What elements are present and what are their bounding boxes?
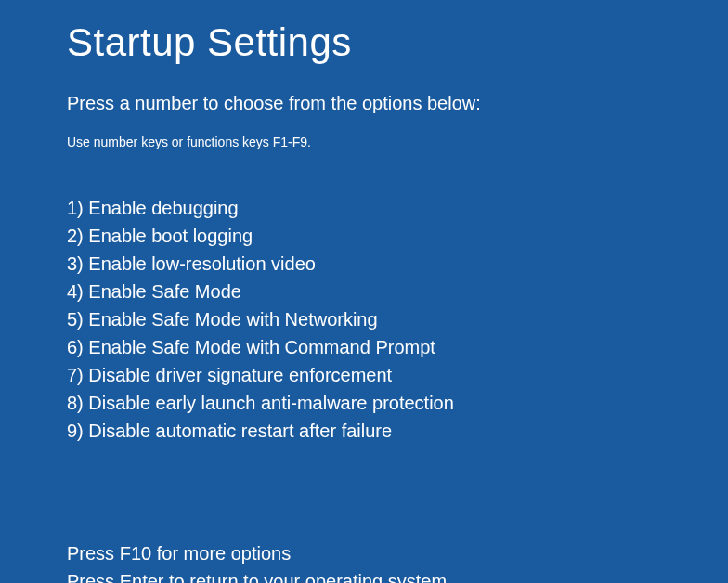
page-title: Startup Settings: [67, 20, 728, 65]
options-list: 1) Enable debugging 2) Enable boot loggi…: [67, 194, 728, 445]
option-8-anti-malware[interactable]: 8) Disable early launch anti-malware pro…: [67, 389, 728, 417]
instruction-text: Press a number to choose from the option…: [67, 93, 728, 114]
option-1-debugging[interactable]: 1) Enable debugging: [67, 194, 728, 222]
option-7-driver-signature[interactable]: 7) Disable driver signature enforcement: [67, 361, 728, 389]
footer-return[interactable]: Press Enter to return to your operating …: [67, 567, 728, 583]
option-9-auto-restart[interactable]: 9) Disable automatic restart after failu…: [67, 417, 728, 445]
option-4-safe-mode[interactable]: 4) Enable Safe Mode: [67, 278, 728, 305]
hint-text: Use number keys or functions keys F1-F9.: [67, 135, 728, 149]
footer-more-options[interactable]: Press F10 for more options: [67, 539, 728, 567]
option-2-boot-logging[interactable]: 2) Enable boot logging: [67, 222, 728, 250]
option-6-safe-mode-cmd[interactable]: 6) Enable Safe Mode with Command Prompt: [67, 333, 728, 361]
option-5-safe-mode-networking[interactable]: 5) Enable Safe Mode with Networking: [67, 305, 728, 333]
option-3-low-res-video[interactable]: 3) Enable low-resolution video: [67, 250, 728, 278]
